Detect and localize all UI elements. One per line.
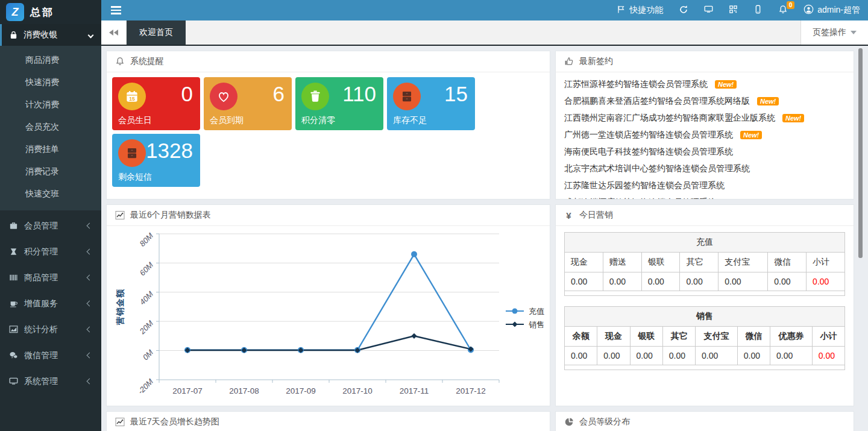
alert-card[interactable]: 15库存不足	[387, 77, 475, 130]
card-value: 1328	[146, 137, 193, 164]
chart-legend[interactable]: 充值销售	[506, 307, 544, 329]
alert-card[interactable]: 1328剩余短信	[112, 134, 200, 187]
x-tick-label: 2017-09	[286, 386, 316, 395]
series-line-销售	[187, 336, 471, 350]
signing-list-item[interactable]: 江苏隆世达乐园签约智络连锁会员管理系统	[564, 177, 845, 194]
sidebar-item[interactable]: 增值服务	[0, 291, 101, 316]
sidebar-item[interactable]: 微信管理	[0, 342, 101, 368]
sidebar-toggle-button[interactable]	[101, 0, 130, 20]
sidebar-item-label: 商品管理	[24, 272, 58, 283]
stats-icon	[8, 325, 18, 334]
marketing-line-chart[interactable]: -20M0M20M40M60M80M2017-072017-082017-092…	[107, 226, 550, 406]
signing-list-item[interactable]: 合肥福鹏喜来登酒店签约智络会员管理系统网络版New!	[564, 93, 845, 110]
quick-functions-button[interactable]: 快捷功能	[609, 0, 671, 20]
sidebar-item[interactable]: 系统管理	[0, 368, 101, 394]
panel-header: 会员等级分布	[556, 412, 854, 431]
x-tick-label: 2017-10	[342, 386, 373, 395]
table-value-row: 0.000.000.000.000.000.000.00	[565, 272, 845, 291]
table-caption-row: 销售	[565, 307, 845, 327]
column-header: 银联	[641, 253, 680, 272]
user-menu[interactable]: admin-超管	[796, 0, 868, 20]
sidebar-subitem[interactable]: 消费挂单	[0, 138, 101, 160]
sidebar-item-label: 增值服务	[24, 298, 58, 309]
heart-icon	[210, 83, 237, 110]
cup-icon	[8, 299, 18, 308]
signing-list-item[interactable]: 北京宇杰武术培训中心签约智络连锁会员管理系统	[564, 160, 845, 177]
column-header: 余额	[565, 327, 597, 347]
sidebar-item-label: 积分管理	[24, 247, 58, 257]
notifications-button[interactable]: 0	[770, 0, 796, 20]
briefcase-icon	[8, 221, 18, 230]
sidebar-subitem[interactable]: 商品消费	[0, 49, 101, 71]
alert-card[interactable]: 6会员到期	[204, 77, 292, 130]
mobile-button[interactable]	[746, 0, 770, 20]
alert-card[interactable]: 150会员生日	[112, 77, 200, 130]
trash-icon	[301, 83, 329, 110]
sidebar-subitem[interactable]: 快速消费	[0, 71, 101, 93]
card-value: 15	[444, 81, 468, 107]
signing-text: 广州德一堂连锁店签约智络连锁会员管理系统	[564, 130, 733, 140]
notification-badge: 0	[787, 1, 795, 9]
column-header: 其它	[662, 327, 695, 347]
sidebar-item-label: 微信管理	[24, 350, 58, 361]
qr-code-button[interactable]	[721, 0, 746, 20]
barcode-icon	[8, 273, 18, 282]
sidebar-item[interactable]: 统计分析	[0, 316, 101, 342]
chevron-left-icon	[87, 379, 93, 385]
chevron-left-icon	[87, 327, 93, 333]
signing-text: 江苏隆世达乐园签约智络连锁会员管理系统	[564, 180, 725, 191]
sidebar-subitem[interactable]: 会员充次	[0, 116, 101, 138]
sidebar-subitem[interactable]: 消费记录	[0, 160, 101, 183]
panel-title: 系统提醒	[130, 56, 164, 67]
y-tick-label: -20M	[136, 377, 156, 396]
tab-welcome-home[interactable]: 欢迎首页	[127, 20, 186, 45]
column-header: 小计	[807, 253, 845, 272]
sidebar-item-label: 系统管理	[24, 376, 58, 387]
sidebar-item[interactable]: 商品管理	[0, 265, 101, 291]
signing-text: 合肥福鹏喜来登酒店签约智络会员管理系统网络版	[564, 96, 750, 107]
tabbar: 欢迎首页 页签操作	[101, 20, 868, 46]
signing-text: 江西赣州定南容汇广场成功签约智络商家联盟企业版系统	[564, 113, 775, 124]
refresh-button[interactable]	[671, 0, 696, 20]
signing-list-item[interactable]: 成都连锁酒店签约智络连锁会员管理系统	[564, 194, 845, 199]
cell-value: 0.00	[812, 347, 844, 365]
svg-text:15: 15	[129, 96, 135, 102]
chevron-down-icon	[88, 32, 94, 38]
logo[interactable]: Z 总部	[0, 0, 101, 24]
sidebar-subitem[interactable]: 计次消费	[0, 93, 101, 116]
user-name: admin-超管	[817, 5, 860, 16]
card-label: 积分清零	[301, 115, 335, 126]
legend-label: 充值	[529, 307, 544, 316]
cell-value: 0.00	[737, 347, 770, 365]
sidebar-item-consume-cashier[interactable]: 消费收银	[0, 24, 101, 46]
sidebar-item-label: 统计分析	[24, 324, 58, 335]
page-scrollbar[interactable]	[858, 48, 863, 258]
sidebar-item[interactable]: 会员管理	[0, 213, 101, 239]
y-tick-label: 20M	[137, 318, 155, 336]
panel-member-levels: 会员等级分布	[555, 411, 854, 431]
y-tick-label: 0M	[141, 348, 155, 362]
fullscreen-button[interactable]	[696, 0, 721, 20]
sidebar-subitem[interactable]: 快速交班	[0, 183, 101, 205]
column-header: 其它	[680, 253, 719, 272]
tabs-scroll-left-button[interactable]	[101, 20, 127, 45]
signing-list-item[interactable]: 广州德一堂连锁店签约智络连锁会员管理系统New!	[564, 127, 845, 143]
tab-operations-dropdown[interactable]: 页签操作	[800, 20, 868, 45]
cell-value: 0.00	[597, 347, 630, 365]
column-header: 小计	[812, 327, 844, 347]
bell-icon	[115, 57, 125, 66]
line-chart-icon	[115, 417, 125, 427]
card-value: 110	[342, 81, 376, 107]
column-header: 银联	[630, 327, 662, 347]
alert-card[interactable]: 110积分清零	[295, 77, 383, 130]
signing-list-item[interactable]: 江苏恒源祥签约智络连锁会员管理系统New!	[564, 76, 845, 93]
chevron-down-icon	[851, 31, 857, 34]
x-tick-label: 2017-12	[456, 386, 486, 395]
signing-list-item[interactable]: 海南便民电子科技签约智络连锁会员管理系统	[564, 143, 845, 160]
recharge-table: 充值现金赠送银联其它支付宝微信小计0.000.000.000.000.000.0…	[564, 232, 845, 296]
signing-list-item[interactable]: 江西赣州定南容汇广场成功签约智络商家联盟企业版系统New!	[564, 110, 845, 127]
sidebar-item[interactable]: 积分管理	[0, 239, 101, 265]
alert-cards: 150会员生日6会员到期110积分清零15库存不足1328剩余短信	[107, 72, 550, 192]
x-tick-label: 2017-11	[400, 386, 429, 395]
cell-value: 0.00	[719, 272, 768, 291]
